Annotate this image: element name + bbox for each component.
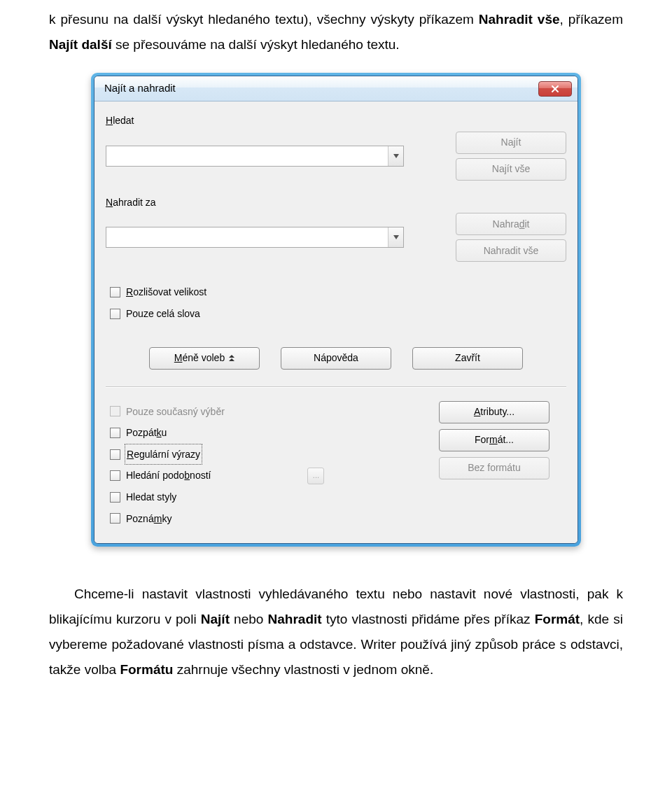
paragraph-1: k přesunu na další výskyt hledaného text… [49,7,623,57]
replace-combobox[interactable] [106,227,404,248]
find-section: Hledat Najít Najít vše [106,111,566,181]
text: , příkazem [560,12,623,27]
close-button[interactable]: Zavřít [412,347,523,370]
whole-words-checkbox[interactable]: Pouze celá slova [110,304,566,323]
bold: Nahradit [268,612,322,626]
find-all-button[interactable]: Najít vše [456,158,566,181]
text: k přesunu na další výskyt hledaného text… [49,12,479,27]
checkbox-icon [110,287,120,297]
collapse-icon [229,355,234,361]
text: nebo [230,612,268,626]
bold: Nahradit vše [479,12,560,27]
window-title: Najít a nahradit [104,78,538,99]
similarity-checkbox[interactable]: Hledání podobností ... [110,466,418,485]
bold: Najít další [49,37,112,52]
find-input[interactable] [106,146,388,166]
replace-all-button[interactable]: Nahradit vše [456,239,566,262]
chevron-down-icon [393,154,399,158]
attributes-button[interactable]: Atributy... [439,401,550,423]
match-case-checkbox[interactable]: Rozlišovat velikost [110,283,566,302]
titlebar[interactable]: Najít a nahradit [94,76,578,101]
dialog-body: Hledat Najít Najít vše [94,101,578,543]
checkbox-icon [110,470,120,481]
replace-button[interactable]: Nahradit [456,213,566,235]
separator [106,386,566,387]
bold: Najít [201,612,230,626]
find-replace-dialog: Najít a nahradit Hledat [94,76,578,544]
close-icon [551,85,559,93]
find-button[interactable]: Najít [456,132,566,154]
options-right: Atributy... Formát... Bez formátu [439,400,566,531]
fewer-options-button[interactable]: Méně voleb [149,347,260,370]
find-dropdown-button[interactable] [388,146,403,166]
dialog-screenshot: Najít a nahradit Hledat [49,73,623,547]
backwards-checkbox[interactable]: Pozpátku [110,423,418,442]
find-label: Hledat [106,111,566,130]
checkbox-icon [110,513,120,524]
basic-options: Rozlišovat velikost Pouze celá slova [106,283,566,323]
checkbox-icon [110,428,120,438]
checkbox-icon [110,309,120,319]
help-button[interactable]: Nápověda [281,347,391,370]
checkbox-icon [110,492,120,503]
paragraph-2: Chceme-li nastavit vlastnosti vyhledávan… [49,582,623,682]
bold: Formát [535,612,580,626]
replace-input[interactable] [106,227,388,247]
middle-buttons: Méně voleb Nápověda Zavřít [106,347,566,370]
similarity-settings-button: ... [307,468,324,484]
text: se přesouváme na další výskyt hledaného … [112,37,400,52]
text: tyto vlastnosti přidáme přes příkaz [322,612,535,626]
text: zahrnuje všechny vlastnosti v jednom okn… [173,662,433,677]
replace-dropdown-button[interactable] [388,227,403,247]
options-left: Pouze současný výběr Pozpátku Regulární … [106,400,418,531]
more-options: Pouze současný výběr Pozpátku Regulární … [106,400,566,531]
checkbox-icon [110,449,120,460]
find-combobox[interactable] [106,146,404,167]
bold: Formátu [120,662,173,677]
no-format-button: Bez formátu [439,457,550,479]
chevron-down-icon [393,235,399,239]
notes-checkbox[interactable]: Poznámky [110,510,418,528]
current-selection-checkbox: Pouze současný výběr [110,402,418,421]
checkbox-icon [110,406,120,416]
replace-section: Nahradit za Nahradit Nahradit vše [106,193,566,262]
replace-label: Nahradit za [106,193,566,212]
search-styles-checkbox[interactable]: Hledat styly [110,488,418,507]
format-button[interactable]: Formát... [439,429,550,451]
window-frame: Najít a nahradit Hledat [91,73,581,547]
close-window-button[interactable] [538,81,572,97]
regex-checkbox[interactable]: Regulární výrazy [110,445,418,464]
